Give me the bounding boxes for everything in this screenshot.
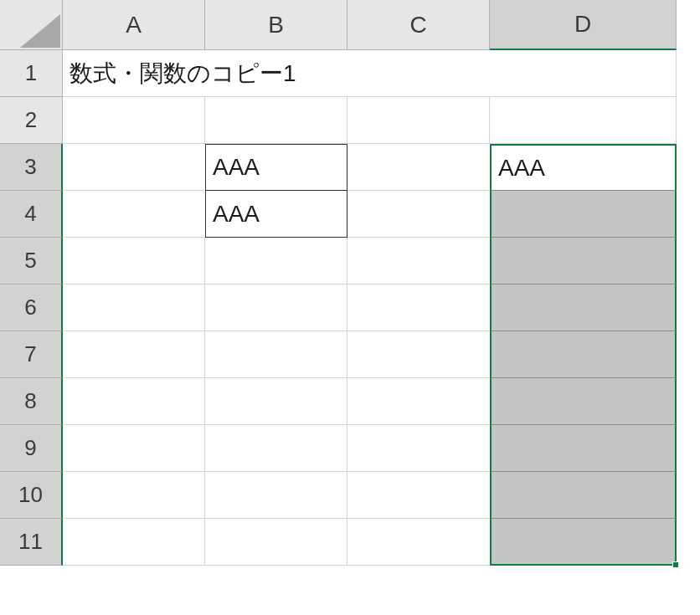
- cell-D3[interactable]: AAA: [490, 144, 677, 191]
- row-header-3[interactable]: 3: [0, 144, 63, 191]
- cell-D7[interactable]: [490, 331, 677, 378]
- cell-D6[interactable]: [490, 284, 677, 331]
- cell-C4[interactable]: [347, 191, 490, 238]
- row-header-8[interactable]: 8: [0, 378, 63, 425]
- cell-B10[interactable]: [205, 472, 347, 519]
- cell-A5[interactable]: [63, 238, 205, 284]
- row-header-1[interactable]: 1: [0, 50, 63, 97]
- cell-C5[interactable]: [347, 238, 490, 284]
- cell-A1[interactable]: 数式・関数のコピー1: [63, 50, 677, 97]
- cell-A9[interactable]: [63, 425, 205, 472]
- cell-C11[interactable]: [347, 519, 490, 566]
- cell-D2[interactable]: [490, 97, 677, 144]
- cell-A7[interactable]: [63, 331, 205, 378]
- cell-B6[interactable]: [205, 284, 347, 331]
- cell-D10[interactable]: [490, 472, 677, 519]
- cell-B7[interactable]: [205, 331, 347, 378]
- row-header-2[interactable]: 2: [0, 97, 63, 144]
- cell-C3[interactable]: [347, 144, 490, 191]
- cell-C10[interactable]: [347, 472, 490, 519]
- col-header-B[interactable]: B: [205, 0, 347, 50]
- cell-B3[interactable]: AAA: [205, 144, 347, 191]
- row-header-9[interactable]: 9: [0, 425, 63, 472]
- cell-D11[interactable]: [490, 519, 677, 566]
- cell-B8[interactable]: [205, 378, 347, 425]
- cell-A8[interactable]: [63, 378, 205, 425]
- cell-A11[interactable]: [63, 519, 205, 566]
- cell-B2[interactable]: [205, 97, 347, 144]
- row-header-4[interactable]: 4: [0, 191, 63, 238]
- row-header-7[interactable]: 7: [0, 331, 63, 378]
- col-header-A[interactable]: A: [63, 0, 205, 50]
- cell-B11[interactable]: [205, 519, 347, 566]
- cell-A2[interactable]: [63, 97, 205, 144]
- select-all-corner[interactable]: [0, 0, 63, 50]
- row-header-10[interactable]: 10: [0, 472, 63, 519]
- row-header-11[interactable]: 11: [0, 519, 63, 566]
- row-header-6[interactable]: 6: [0, 284, 63, 331]
- fill-handle[interactable]: [672, 561, 679, 568]
- spreadsheet-grid: A B C D 1 数式・関数のコピー1 2 3 AAA AAA 4 AAA 5…: [0, 0, 700, 566]
- cell-A6[interactable]: [63, 284, 205, 331]
- row-header-5[interactable]: 5: [0, 238, 63, 284]
- cell-D9[interactable]: [490, 425, 677, 472]
- cell-C8[interactable]: [347, 378, 490, 425]
- cell-B4[interactable]: AAA: [205, 191, 347, 238]
- cell-C7[interactable]: [347, 331, 490, 378]
- cell-A3[interactable]: [63, 144, 205, 191]
- cell-D4[interactable]: [490, 191, 677, 238]
- cell-C6[interactable]: [347, 284, 490, 331]
- cell-D5[interactable]: [490, 238, 677, 284]
- col-header-D[interactable]: D: [490, 0, 677, 50]
- cell-C2[interactable]: [347, 97, 490, 144]
- col-header-C[interactable]: C: [347, 0, 490, 50]
- cell-A10[interactable]: [63, 472, 205, 519]
- cell-D8[interactable]: [490, 378, 677, 425]
- cell-B9[interactable]: [205, 425, 347, 472]
- cell-B5[interactable]: [205, 238, 347, 284]
- cell-A4[interactable]: [63, 191, 205, 238]
- cell-C9[interactable]: [347, 425, 490, 472]
